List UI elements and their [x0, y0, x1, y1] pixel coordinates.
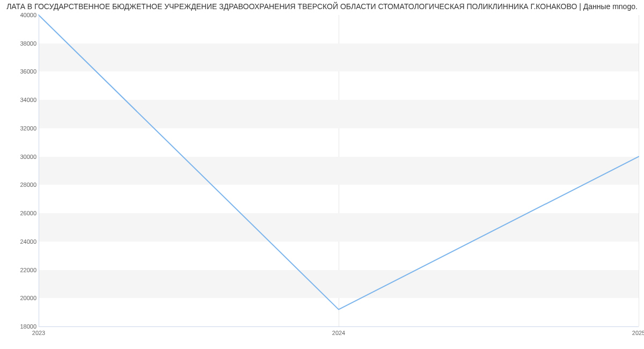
x-tick-label: 2024: [332, 330, 345, 336]
x-tick-label: 2025: [632, 330, 644, 336]
chart-title: ЛАТА В ГОСУДАРСТВЕННОЕ БЮДЖЕТНОЕ УЧРЕЖДЕ…: [0, 2, 644, 11]
y-axis-line: [39, 15, 39, 326]
y-tick-label: 18000: [20, 323, 36, 330]
y-tick-label: 34000: [20, 97, 36, 103]
y-tick-label: 36000: [20, 68, 36, 75]
y-tick-label: 38000: [20, 40, 36, 47]
y-tick-label: 32000: [20, 125, 36, 132]
grid-line: [639, 15, 639, 326]
chart-container: ЛАТА В ГОСУДАРСТВЕННОЕ БЮДЖЕТНОЕ УЧРЕЖДЕ…: [0, 0, 644, 349]
y-tick-label: 26000: [20, 210, 36, 216]
y-tick-label: 24000: [20, 238, 36, 245]
y-tick-label: 30000: [20, 154, 36, 160]
x-tick-label: 2023: [32, 330, 45, 336]
line-series: [39, 15, 639, 326]
y-tick-label: 40000: [20, 12, 36, 18]
y-tick-label: 20000: [20, 295, 36, 301]
x-axis-line: [39, 326, 639, 327]
plot-area: [39, 15, 639, 326]
y-tick-label: 22000: [20, 267, 36, 273]
y-tick-label: 28000: [20, 181, 36, 188]
